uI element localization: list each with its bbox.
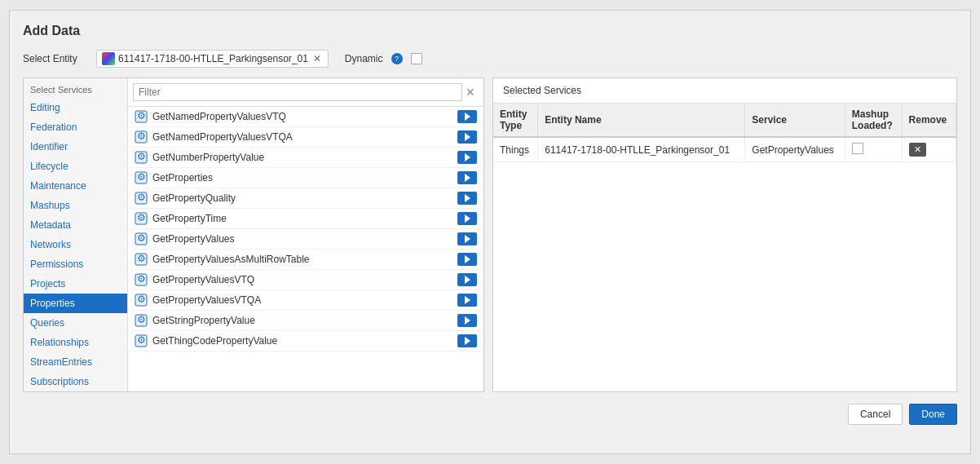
dynamic-help-icon[interactable]: ?	[391, 53, 403, 64]
list-item: ⚙ GetPropertyTime	[128, 209, 483, 229]
svg-marker-20	[465, 235, 470, 243]
services-list-panel: ✕ ⚙ GetNamedPropertyValuesVTQ ⚙ GetNamed…	[128, 78, 483, 391]
service-add-button[interactable]	[457, 253, 477, 266]
sidebar-item-federation[interactable]: Federation	[24, 117, 127, 137]
dynamic-label: Dynamic	[345, 53, 383, 64]
remove-button[interactable]: ✕	[909, 143, 926, 157]
service-icon: ⚙	[135, 294, 148, 307]
sidebar-item-identifier[interactable]: Identifier	[24, 137, 127, 157]
service-name: GetThingCodePropertyValue	[152, 335, 277, 347]
filter-bar: ✕	[128, 78, 483, 107]
service-item-left: ⚙ GetPropertyValuesVTQ	[135, 273, 254, 286]
service-name: GetProperties	[152, 172, 213, 183]
main-content: Select Services EditingFederationIdentif…	[23, 77, 957, 392]
sidebar-item-editing[interactable]: Editing	[24, 98, 127, 117]
service-add-button[interactable]	[457, 232, 477, 245]
service-name: GetStringPropertyValue	[152, 315, 255, 326]
list-item: ⚙ GetNumberPropertyValue	[128, 148, 483, 168]
col-remove: Remove	[902, 104, 956, 137]
svg-marker-2	[465, 113, 470, 121]
services-sidebar: Select Services EditingFederationIdentif…	[24, 78, 128, 391]
list-item: ⚙ GetThingCodePropertyValue	[128, 331, 483, 351]
mashup-checkbox[interactable]	[852, 143, 863, 154]
svg-marker-8	[465, 153, 470, 161]
sidebar-item-maintenance[interactable]: Maintenance	[24, 176, 127, 196]
service-icon: ⚙	[135, 232, 148, 245]
select-entity-label: Select Entity	[23, 53, 88, 64]
service-add-button[interactable]	[457, 110, 477, 123]
sidebar-item-mashups[interactable]: Mashups	[24, 196, 127, 215]
sidebar-item-permissions[interactable]: Permissions	[24, 254, 127, 274]
cell-mashup-loaded	[845, 137, 902, 162]
service-add-button[interactable]	[457, 192, 477, 205]
service-add-button[interactable]	[457, 314, 477, 327]
service-name: GetPropertyQuality	[152, 192, 236, 204]
service-icon: ⚙	[135, 273, 148, 286]
list-item: ⚙ GetProperties	[128, 168, 483, 188]
table-body: Things 611417-1718-00-HTLLE_Parkingensor…	[493, 137, 956, 162]
service-add-button[interactable]	[457, 273, 477, 286]
filter-input[interactable]	[133, 83, 462, 101]
service-add-button[interactable]	[457, 151, 477, 164]
service-add-button[interactable]	[457, 171, 477, 184]
service-add-button[interactable]	[457, 294, 477, 307]
svg-text:⚙: ⚙	[137, 192, 146, 203]
service-item-left: ⚙ GetPropertyValuesVTQA	[135, 294, 261, 307]
service-name: GetPropertyTime	[152, 213, 227, 224]
svg-text:⚙: ⚙	[137, 151, 146, 162]
sidebar-item-projects[interactable]: Projects	[24, 274, 127, 294]
entity-tag-close-button[interactable]: ✕	[311, 53, 323, 64]
done-button[interactable]: Done	[909, 404, 957, 425]
sidebar-item-lifecycle[interactable]: Lifecycle	[24, 157, 127, 176]
service-icon: ⚙	[135, 151, 148, 164]
add-data-dialog: Add Data Select Entity 611417-1718-00-HT…	[9, 10, 971, 454]
list-item: ⚙ GetNamedPropertyValuesVTQ	[128, 107, 483, 127]
service-item-left: ⚙ GetProperties	[135, 171, 213, 184]
service-name: GetNamedPropertyValuesVTQA	[152, 131, 293, 143]
service-icon: ⚙	[135, 110, 148, 123]
svg-text:⚙: ⚙	[137, 253, 146, 264]
list-item: ⚙ GetStringPropertyValue	[128, 311, 483, 331]
service-item-left: ⚙ GetThingCodePropertyValue	[135, 334, 277, 347]
selected-services-table: EntityType Entity Name Service MashupLoa…	[493, 104, 956, 162]
entity-tag-text: 611417-1718-00-HTLLE_Parkingsensor_01	[118, 53, 308, 64]
svg-text:⚙: ⚙	[137, 171, 146, 183]
list-item: ⚙ GetPropertyValues	[128, 229, 483, 250]
table-row: Things 611417-1718-00-HTLLE_Parkingensor…	[493, 137, 956, 162]
sidebar-item-properties[interactable]: Properties	[24, 294, 127, 313]
sidebar-items: EditingFederationIdentifierLifecycleMain…	[24, 98, 127, 391]
dynamic-checkbox[interactable]	[411, 53, 422, 64]
col-entity-type: EntityType	[493, 104, 538, 137]
selected-services-title: Selected Services	[493, 78, 956, 104]
svg-marker-5	[465, 133, 470, 141]
cell-service: GetPropertyValues	[745, 137, 845, 162]
top-bar: Select Entity 611417-1718-00-HTLLE_Parki…	[23, 50, 957, 68]
list-item: ⚙ GetPropertyValuesAsMultiRowTable	[128, 250, 483, 270]
sidebar-item-streamentries[interactable]: StreamEntries	[24, 352, 127, 372]
sidebar-item-queries[interactable]: Queries	[24, 313, 127, 333]
entity-icon	[102, 52, 115, 65]
filter-clear-button[interactable]: ✕	[462, 86, 479, 99]
right-panel: Selected Services EntityType Entity Name…	[492, 77, 957, 392]
service-add-button[interactable]	[457, 212, 477, 225]
sidebar-item-subscriptions[interactable]: Subscriptions	[24, 372, 127, 391]
sidebar-item-networks[interactable]: Networks	[24, 235, 127, 254]
services-label: Select Services	[24, 78, 127, 98]
service-name: GetPropertyValuesVTQ	[152, 274, 254, 285]
service-item-left: ⚙ GetPropertyValues	[135, 232, 235, 245]
list-item: ⚙ GetPropertyQuality	[128, 188, 483, 209]
sidebar-item-metadata[interactable]: Metadata	[24, 215, 127, 235]
cancel-button[interactable]: Cancel	[848, 404, 903, 425]
service-item-left: ⚙ GetNamedPropertyValuesVTQ	[135, 110, 286, 123]
services-list: ⚙ GetNamedPropertyValuesVTQ ⚙ GetNamedPr…	[128, 107, 483, 391]
dialog-title: Add Data	[23, 24, 957, 38]
service-add-button[interactable]	[457, 334, 477, 347]
svg-text:⚙: ⚙	[137, 232, 146, 244]
svg-text:⚙: ⚙	[137, 314, 146, 325]
service-icon: ⚙	[135, 171, 148, 184]
service-add-button[interactable]	[457, 130, 477, 144]
service-item-left: ⚙ GetPropertyTime	[135, 212, 227, 225]
sidebar-item-relationships[interactable]: Relationships	[24, 333, 127, 352]
service-icon: ⚙	[135, 212, 148, 225]
service-item-left: ⚙ GetPropertyQuality	[135, 192, 236, 205]
